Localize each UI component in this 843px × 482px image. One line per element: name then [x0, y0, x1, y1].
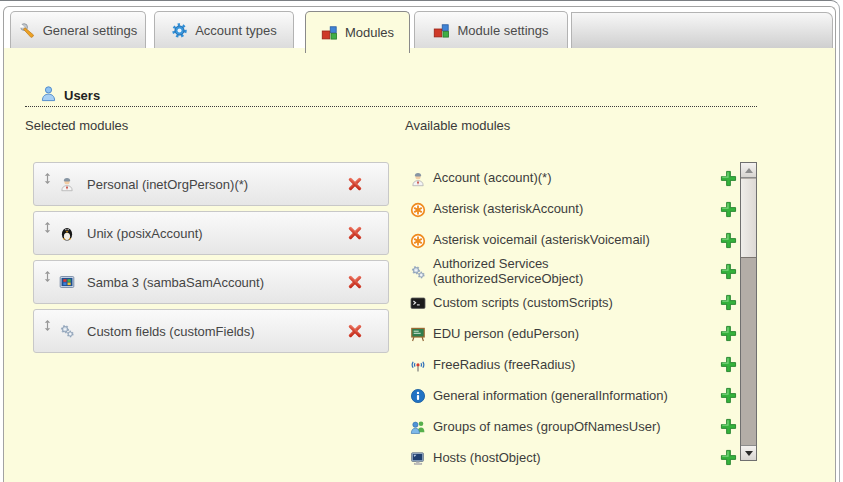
available-module-row-authorized-services: Authorized Services (authorizedServiceOb…	[405, 256, 737, 288]
arrow-down-icon	[745, 451, 753, 456]
selected-modules-list: Personal (inetOrgPerson)(*) Unix (posixA…	[33, 162, 389, 358]
tab-module-settings[interactable]: Module settings	[414, 11, 568, 48]
lam-configuration-window: General settings Account types Modules M…	[0, 0, 843, 482]
selected-module-row-unix[interactable]: Unix (posixAccount)	[33, 211, 389, 255]
available-modules-scrollbar[interactable]	[740, 162, 757, 461]
drag-handle-icon[interactable]	[43, 171, 52, 189]
add-module-button[interactable]	[719, 232, 737, 250]
drag-handle-icon[interactable]	[43, 220, 52, 238]
asterisk-icon	[410, 202, 426, 218]
module-label: Personal (inetOrgPerson)(*)	[87, 177, 346, 192]
available-modules-header: Available modules	[405, 118, 510, 133]
available-module-row-asterisk-voicemail: Asterisk voicemail (asteriskVoicemail)	[405, 225, 737, 256]
tab-label: Module settings	[457, 23, 548, 38]
module-label: General information (generalInformation)	[433, 389, 699, 404]
add-module-button[interactable]	[719, 294, 737, 312]
module-label: Custom fields (customFields)	[87, 324, 346, 339]
gear-icon	[171, 22, 188, 39]
tux-icon	[59, 225, 75, 241]
module-label: Groups of names (groupOfNamesUser)	[433, 420, 699, 435]
available-module-row-general-information: General information (generalInformation)	[405, 381, 737, 412]
remove-module-button[interactable]	[346, 273, 364, 291]
module-label: Custom scripts (customScripts)	[433, 296, 699, 311]
tab-bar: General settings Account types Modules M…	[4, 7, 835, 48]
module-label: FreeRadius (freeRadius)	[433, 358, 699, 373]
module-label: Authorized Services (authorizedServiceOb…	[433, 257, 699, 287]
add-module-button[interactable]	[719, 387, 737, 405]
drag-handle-icon[interactable]	[43, 269, 52, 287]
arrow-up-icon	[745, 168, 753, 173]
module-label: Hosts (hostObject)	[433, 451, 699, 466]
modules-tab-panel: Users Selected modules Available modules…	[4, 48, 835, 482]
scroll-down-button[interactable]	[741, 445, 756, 460]
info-icon	[410, 388, 426, 404]
module-label: Account (account)(*)	[433, 171, 699, 186]
available-module-row-groups-of-names: Groups of names (groupOfNamesUser)	[405, 412, 737, 443]
tab-modules[interactable]: Modules	[305, 11, 410, 53]
add-module-button[interactable]	[719, 170, 737, 188]
available-module-row-edu-person: EDU person (eduPerson)	[405, 319, 737, 350]
tab-label: Account types	[195, 23, 277, 38]
group-icon	[410, 419, 426, 435]
selected-module-row-personal[interactable]: Personal (inetOrgPerson)(*)	[33, 162, 389, 206]
tab-label: General settings	[43, 23, 138, 38]
terminal-icon	[410, 295, 426, 311]
section-divider	[25, 98, 757, 107]
cubes-icon	[433, 22, 450, 39]
tab-account-types[interactable]: Account types	[154, 11, 294, 48]
tab-strip-filler	[571, 12, 833, 48]
settings-panel: General settings Account types Modules M…	[3, 6, 836, 482]
add-module-button[interactable]	[719, 325, 737, 343]
blackboard-icon	[410, 326, 426, 342]
gears-icon	[410, 264, 426, 280]
module-label: Samba 3 (sambaSamAccount)	[87, 275, 346, 290]
module-label: Asterisk (asteriskAccount)	[433, 202, 699, 217]
scroll-up-button[interactable]	[741, 163, 756, 178]
remove-module-button[interactable]	[346, 322, 364, 340]
selected-module-row-samba[interactable]: Samba 3 (sambaSamAccount)	[33, 260, 389, 304]
available-module-row-freeradius: FreeRadius (freeRadius)	[405, 350, 737, 381]
tab-general-settings[interactable]: General settings	[10, 11, 146, 48]
remove-module-button[interactable]	[346, 175, 364, 193]
add-module-button[interactable]	[719, 201, 737, 219]
add-module-button[interactable]	[719, 449, 737, 467]
selected-module-row-custom-fields[interactable]: Custom fields (customFields)	[33, 309, 389, 353]
samba-icon	[59, 274, 75, 290]
module-label: EDU person (eduPerson)	[433, 327, 699, 342]
available-module-row-custom-scripts: Custom scripts (customScripts)	[405, 288, 737, 319]
person-icon	[410, 171, 426, 187]
remove-module-button[interactable]	[346, 224, 364, 242]
wrench-icon	[19, 22, 36, 39]
asterisk-icon	[410, 233, 426, 249]
available-modules-list: Account (account)(*) Asterisk (asteriskA…	[405, 163, 737, 474]
available-module-row-account: Account (account)(*)	[405, 163, 737, 194]
available-module-row-hosts: Hosts (hostObject)	[405, 443, 737, 474]
module-label: Unix (posixAccount)	[87, 226, 346, 241]
gears-icon	[59, 323, 75, 339]
available-module-row-asterisk: Asterisk (asteriskAccount)	[405, 194, 737, 225]
add-module-button[interactable]	[719, 418, 737, 436]
cubes-icon	[321, 24, 338, 41]
antenna-icon	[410, 357, 426, 373]
computer-icon	[410, 450, 426, 466]
add-module-button[interactable]	[719, 263, 737, 281]
module-label: Asterisk voicemail (asteriskVoicemail)	[433, 233, 699, 248]
drag-handle-icon[interactable]	[43, 318, 52, 336]
add-module-button[interactable]	[719, 356, 737, 374]
selected-modules-header: Selected modules	[25, 118, 128, 133]
scrollbar-thumb[interactable]	[741, 179, 756, 258]
person-icon	[59, 176, 75, 192]
tab-label: Modules	[345, 25, 394, 40]
